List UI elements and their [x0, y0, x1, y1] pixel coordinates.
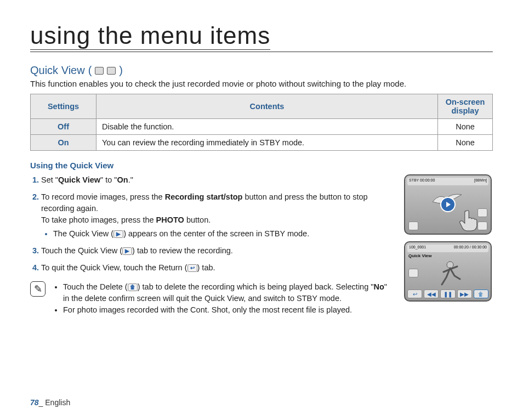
paren-open: ( [88, 64, 92, 77]
note-1: Touch the Delete (🗑) tab to delete the r… [63, 281, 390, 304]
play-icon: ▶ [113, 230, 123, 238]
table-row: On You can review the recording immediat… [31, 135, 493, 151]
cell-content: You can review the recording immediately… [96, 135, 438, 151]
screenshot-playback: 100_0001 00:00:20 / 00:30:00 Quick View … [404, 241, 492, 302]
section-heading-text: Quick View [30, 64, 85, 77]
steps-subheading: Using the Quick View [30, 161, 493, 170]
movie-mode-icon [95, 67, 104, 75]
svg-point-0 [447, 262, 453, 268]
step-2: To record movie images, press the Record… [41, 191, 390, 240]
forward-button[interactable]: ▶▶ [457, 290, 472, 298]
cell-setting: On [31, 135, 96, 151]
screenshot-stby: STBY 00:00:00 [88Min] [404, 174, 492, 235]
rewind-button[interactable]: ◀◀ [424, 290, 439, 298]
section-heading: Quick View ( ) [30, 64, 493, 77]
table-row: Off Disable the function. None [31, 119, 493, 135]
th-display: On-screen display [438, 94, 493, 119]
step-1: Set "Quick View" to "On." [41, 174, 390, 186]
cell-content: Disable the function. [96, 119, 438, 135]
return-button[interactable]: ↩ [407, 290, 422, 298]
trash-icon: 🗑 [128, 283, 138, 291]
th-contents: Contents [96, 94, 438, 119]
th-settings: Settings [31, 94, 96, 119]
page-footer: 78_ English [30, 398, 70, 407]
menu-icon [477, 222, 487, 230]
quickview-play-button[interactable] [441, 198, 454, 211]
delete-button[interactable]: 🗑 [474, 290, 488, 298]
note-2: For photo images recorded with the Cont.… [63, 304, 390, 316]
gallery-icon [408, 222, 418, 230]
mode-icon [477, 208, 487, 217]
volume-icon [408, 269, 418, 277]
cell-setting: Off [31, 119, 96, 135]
step-4: To quit the Quick View, touch the Return… [41, 262, 390, 274]
settings-table: Settings Contents On-screen display Off … [30, 94, 493, 151]
quickview-label: Quick View [408, 253, 432, 258]
return-icon: ↩ [187, 264, 197, 272]
step-2-bullet: The Quick View (▶) appears on the center… [53, 228, 390, 240]
section-description: This function enables you to check the j… [30, 79, 493, 88]
cell-display: None [438, 135, 493, 151]
person-graphic [435, 258, 465, 288]
note-icon: ✎ [30, 281, 46, 297]
cell-display: None [438, 119, 493, 135]
play-icon: ▶ [122, 247, 132, 255]
hand-pointer-icon [456, 208, 479, 231]
paren-close: ) [119, 64, 123, 77]
page-title: using the menu items [30, 22, 493, 52]
photo-mode-icon [107, 67, 116, 75]
step-3: Touch the Quick View (▶) tab to review t… [41, 245, 390, 257]
pause-button[interactable]: ❚❚ [440, 290, 455, 298]
